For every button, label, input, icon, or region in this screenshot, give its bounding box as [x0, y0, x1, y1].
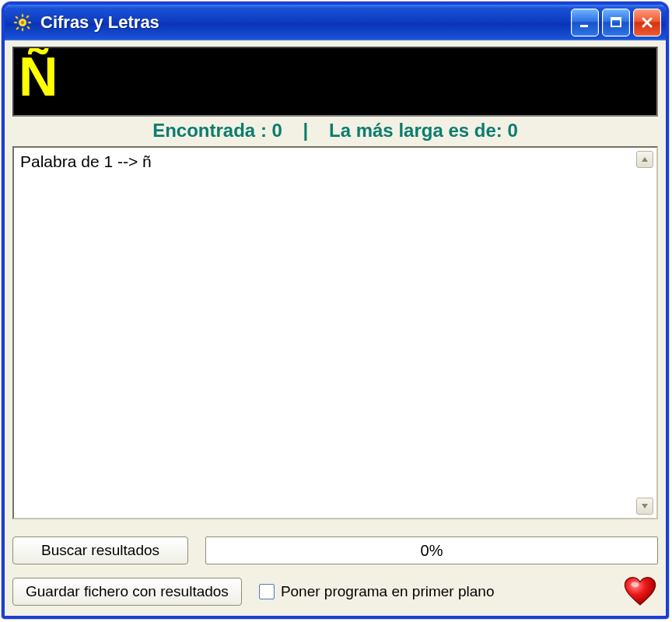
svg-rect-8	[16, 26, 19, 30]
svg-rect-1	[22, 14, 23, 17]
heart-icon[interactable]	[622, 575, 658, 608]
close-button[interactable]	[633, 9, 661, 37]
minimize-button[interactable]	[571, 9, 599, 37]
results-content: Palabra de 1 --> ñ	[20, 152, 152, 170]
app-window: Cifras y Letras Ñ Encontrada : 0 | La má…	[2, 2, 669, 619]
svg-rect-5	[15, 16, 18, 19]
search-results-button[interactable]: Buscar resultados	[12, 536, 188, 564]
maximize-button[interactable]	[602, 9, 630, 37]
svg-rect-3	[14, 22, 17, 23]
found-label: Encontrada :	[152, 120, 267, 141]
svg-rect-7	[26, 15, 29, 18]
foreground-checkbox-wrap[interactable]: Poner programa en primer plano	[259, 583, 495, 600]
client-area: Ñ Encontrada : 0 | La más larga es de: 0…	[5, 40, 666, 616]
longest-label: La más larga es de:	[329, 120, 502, 141]
scroll-down-button[interactable]	[636, 498, 653, 515]
titlebar[interactable]: Cifras y Letras	[5, 5, 666, 40]
svg-rect-6	[26, 26, 30, 29]
svg-rect-12	[611, 18, 621, 20]
save-results-button[interactable]: Guardar fichero con resultados	[12, 578, 242, 606]
status-separator: |	[303, 120, 309, 141]
results-textarea[interactable]: Palabra de 1 --> ñ	[12, 146, 658, 519]
window-controls	[571, 9, 661, 37]
svg-rect-10	[580, 25, 588, 27]
found-value: 0	[272, 120, 282, 141]
svg-rect-2	[22, 28, 23, 31]
longest-value: 0	[507, 120, 517, 141]
scroll-up-button[interactable]	[636, 151, 653, 168]
letters-display: Ñ	[12, 47, 658, 117]
progress-bar: 0%	[205, 536, 658, 564]
window-title: Cifras y Letras	[40, 12, 571, 33]
gear-icon	[12, 12, 33, 33]
progress-value: 0%	[421, 542, 443, 560]
foreground-checkbox-label: Poner programa en primer plano	[281, 583, 495, 600]
svg-point-9	[21, 21, 24, 24]
bottom-panel: Buscar resultados 0% Guardar fichero con…	[12, 519, 658, 608]
svg-point-13	[631, 582, 639, 587]
foreground-checkbox[interactable]	[259, 584, 275, 599]
status-line: Encontrada : 0 | La más larga es de: 0	[12, 117, 658, 146]
svg-rect-4	[28, 22, 31, 23]
